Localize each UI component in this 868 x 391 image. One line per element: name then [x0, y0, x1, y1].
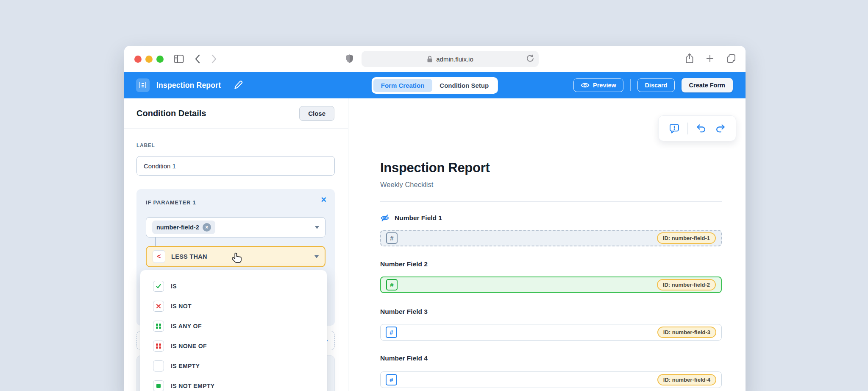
- browser-toolbar: admin.fluix.io: [124, 46, 746, 72]
- tab-condition-setup[interactable]: Condition Setup: [432, 79, 496, 92]
- share-icon[interactable]: [685, 53, 694, 64]
- tab-form-creation[interactable]: Form Creation: [373, 79, 432, 92]
- field-id-badge: ID: number-field-3: [657, 327, 716, 338]
- empty-box-icon: [153, 360, 164, 371]
- form-canvas: Inspection Report Weekly Checklist Numbe…: [349, 98, 746, 391]
- number-hash-icon: #: [386, 374, 397, 385]
- option-is-any-of[interactable]: IS ANY OF: [140, 316, 327, 336]
- operator-value: LESS THAN: [171, 253, 207, 260]
- less-than-icon: <: [153, 250, 165, 263]
- option-is-not[interactable]: IS NOT: [140, 296, 327, 316]
- field-select[interactable]: number-field-2 ×: [146, 217, 326, 237]
- field-label-row: Number Field 1: [380, 214, 442, 222]
- number-field-2[interactable]: # ID: number-field-2: [380, 276, 722, 293]
- toolbar-divider: [687, 123, 688, 134]
- option-is-not-empty[interactable]: IS NOT EMPTY: [140, 376, 327, 391]
- label-caption: LABEL: [136, 142, 155, 148]
- field-id-badge: ID: number-field-2: [657, 279, 716, 290]
- number-hash-icon: #: [386, 279, 398, 290]
- chevron-down-icon: [314, 255, 319, 258]
- number-hash-icon: #: [386, 327, 397, 338]
- reload-icon[interactable]: [526, 54, 534, 63]
- address-bar[interactable]: admin.fluix.io: [362, 51, 539, 67]
- undo-icon[interactable]: [696, 123, 707, 134]
- form-divider: [380, 201, 722, 202]
- redo-icon[interactable]: [715, 123, 726, 134]
- back-icon[interactable]: [191, 53, 203, 65]
- mouse-cursor-icon: [231, 252, 244, 265]
- sidebar-toggle-icon[interactable]: [173, 53, 185, 65]
- form-document-icon: [136, 78, 150, 92]
- desktop-background: admin.fluix.io Ins: [0, 0, 868, 391]
- if-parameter-caption: IF PARAMETER 1: [146, 199, 196, 206]
- option-is-none-of[interactable]: IS NONE OF: [140, 336, 327, 356]
- new-tab-icon[interactable]: [706, 54, 714, 63]
- check-icon: [153, 281, 164, 292]
- form-title: Inspection Report: [380, 160, 490, 176]
- number-field-3[interactable]: # ID: number-field-3: [380, 324, 722, 341]
- header-divider: [630, 79, 631, 91]
- red-grid-icon: [153, 341, 164, 352]
- field-label-row: Number Field 2: [380, 260, 428, 268]
- form-subtitle: Weekly Checklist: [380, 181, 433, 189]
- field-id-badge: ID: number-field-1: [657, 232, 716, 244]
- minimize-window-button[interactable]: [145, 56, 153, 63]
- app-title: Inspection Report: [156, 72, 221, 98]
- eye-off-icon: [380, 214, 389, 222]
- chevron-down-icon: [315, 226, 319, 229]
- create-form-button[interactable]: Create Form: [682, 78, 733, 92]
- close-window-button[interactable]: [134, 56, 142, 63]
- tab-overview-icon[interactable]: [726, 53, 736, 64]
- header-tabs: Form Creation Condition Setup: [372, 77, 498, 94]
- pencil-icon[interactable]: [234, 80, 244, 90]
- app-header: Inspection Report Form Creation Conditio…: [124, 72, 746, 98]
- field-id-badge: ID: number-field-4: [657, 374, 716, 385]
- operator-dropdown: IS IS NOT IS ANY OF: [140, 270, 327, 391]
- address-text: admin.fluix.io: [436, 56, 473, 63]
- lock-icon: [427, 56, 433, 63]
- traffic-lights: [134, 56, 164, 63]
- filled-square-icon: [153, 380, 164, 391]
- panel-title: Condition Details: [136, 109, 206, 118]
- close-button[interactable]: Close: [299, 106, 334, 121]
- remove-tag-icon[interactable]: ×: [203, 223, 211, 232]
- condition-details-panel: Condition Details Close LABEL IF PARAMET…: [124, 98, 348, 391]
- green-grid-icon: [153, 321, 164, 332]
- option-is-empty[interactable]: IS EMPTY: [140, 356, 327, 376]
- condition-label-input[interactable]: [136, 156, 335, 176]
- discard-button[interactable]: Discard: [637, 78, 674, 92]
- expand-window-button[interactable]: [156, 56, 164, 63]
- number-field-1[interactable]: # ID: number-field-1: [380, 230, 722, 246]
- option-is[interactable]: IS: [140, 276, 327, 296]
- number-hash-icon: #: [386, 232, 398, 244]
- preview-button[interactable]: Preview: [573, 78, 623, 92]
- canvas-toolbar: [658, 115, 736, 141]
- field-label-row: Number Field 3: [380, 308, 428, 316]
- eye-icon: [581, 82, 590, 89]
- privacy-shield-icon[interactable]: [344, 53, 356, 65]
- cross-icon: [153, 301, 164, 312]
- selected-field-tag: number-field-2 ×: [152, 221, 215, 234]
- field-label-row: Number Field 4: [380, 355, 428, 362]
- alert-bubble-icon[interactable]: [669, 123, 680, 134]
- forward-icon[interactable]: [208, 53, 220, 65]
- content-area: Condition Details Close LABEL IF PARAMET…: [124, 98, 746, 391]
- number-field-4[interactable]: # ID: number-field-4: [380, 371, 722, 388]
- connector-line: [155, 237, 156, 246]
- remove-parameter-icon[interactable]: ×: [321, 195, 326, 204]
- browser-window: admin.fluix.io Ins: [124, 46, 746, 391]
